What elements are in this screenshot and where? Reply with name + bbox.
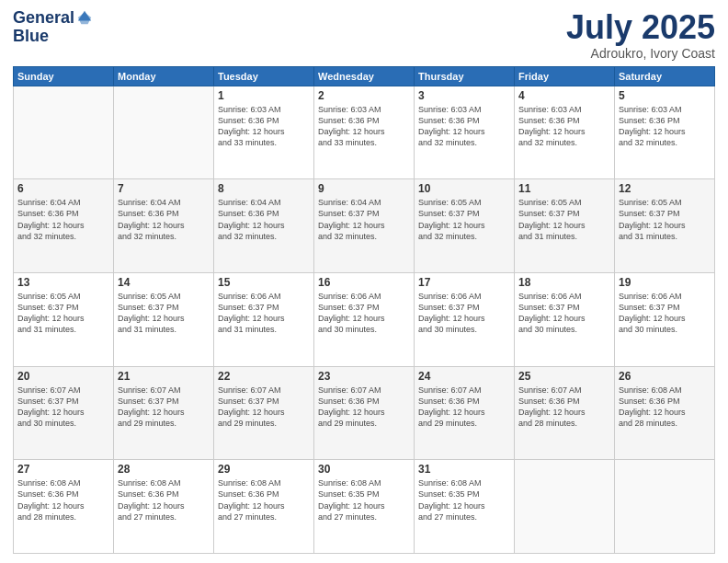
day-info: Sunrise: 6:05 AMSunset: 6:37 PMDaylight:…: [619, 197, 711, 242]
subtitle: Adroukro, Ivory Coast: [566, 46, 715, 61]
calendar-cell: 4Sunrise: 6:03 AMSunset: 6:36 PMDaylight…: [515, 86, 615, 179]
logo-icon: [76, 9, 93, 26]
col-header-wednesday: Wednesday: [314, 66, 415, 86]
calendar-cell: 18Sunrise: 6:06 AMSunset: 6:37 PMDayligh…: [515, 272, 615, 366]
day-number: 26: [619, 370, 711, 383]
calendar-cell: 29Sunrise: 6:08 AMSunset: 6:36 PMDayligh…: [214, 460, 314, 554]
day-info: Sunrise: 6:08 AMSunset: 6:36 PMDaylight:…: [118, 477, 210, 523]
day-info: Sunrise: 6:06 AMSunset: 6:37 PMDaylight:…: [619, 291, 711, 336]
day-info: Sunrise: 6:04 AMSunset: 6:36 PMDaylight:…: [17, 197, 109, 242]
day-number: 4: [518, 89, 610, 102]
day-number: 28: [118, 463, 210, 476]
calendar-cell: 14Sunrise: 6:05 AMSunset: 6:37 PMDayligh…: [114, 272, 214, 366]
day-info: Sunrise: 6:06 AMSunset: 6:37 PMDaylight:…: [318, 291, 410, 336]
day-number: 24: [418, 370, 510, 383]
col-header-tuesday: Tuesday: [214, 66, 314, 86]
calendar-cell: 25Sunrise: 6:07 AMSunset: 6:36 PMDayligh…: [515, 366, 615, 460]
day-info: Sunrise: 6:08 AMSunset: 6:36 PMDaylight:…: [218, 477, 310, 523]
day-number: 12: [619, 182, 711, 195]
calendar-cell: 21Sunrise: 6:07 AMSunset: 6:37 PMDayligh…: [114, 366, 214, 460]
day-number: 2: [318, 89, 410, 102]
page: General Blue July 2025 Adroukro, Ivory C…: [0, 0, 728, 563]
calendar-cell: [114, 86, 214, 179]
calendar-cell: [615, 460, 715, 554]
col-header-sunday: Sunday: [14, 66, 114, 86]
day-info: Sunrise: 6:05 AMSunset: 6:37 PMDaylight:…: [17, 291, 109, 336]
calendar-cell: [515, 460, 615, 554]
day-number: 31: [418, 463, 510, 476]
day-info: Sunrise: 6:06 AMSunset: 6:37 PMDaylight:…: [518, 291, 610, 336]
calendar-cell: 2Sunrise: 6:03 AMSunset: 6:36 PMDaylight…: [314, 86, 415, 179]
day-info: Sunrise: 6:03 AMSunset: 6:36 PMDaylight:…: [218, 104, 310, 149]
logo: General Blue: [13, 9, 93, 46]
day-number: 29: [218, 463, 310, 476]
day-number: 27: [17, 463, 109, 476]
calendar-cell: 3Sunrise: 6:03 AMSunset: 6:36 PMDaylight…: [415, 86, 515, 179]
calendar-cell: 19Sunrise: 6:06 AMSunset: 6:37 PMDayligh…: [615, 272, 715, 366]
day-number: 25: [518, 370, 610, 383]
day-info: Sunrise: 6:06 AMSunset: 6:37 PMDaylight:…: [218, 291, 310, 336]
day-info: Sunrise: 6:04 AMSunset: 6:37 PMDaylight:…: [318, 197, 410, 242]
day-info: Sunrise: 6:03 AMSunset: 6:36 PMDaylight:…: [619, 104, 711, 149]
day-info: Sunrise: 6:06 AMSunset: 6:37 PMDaylight:…: [418, 291, 510, 336]
calendar-cell: 5Sunrise: 6:03 AMSunset: 6:36 PMDaylight…: [615, 86, 715, 179]
day-info: Sunrise: 6:07 AMSunset: 6:36 PMDaylight:…: [518, 385, 610, 430]
main-title: July 2025: [566, 9, 715, 46]
day-info: Sunrise: 6:03 AMSunset: 6:36 PMDaylight:…: [518, 104, 610, 149]
day-info: Sunrise: 6:07 AMSunset: 6:37 PMDaylight:…: [17, 385, 109, 430]
day-info: Sunrise: 6:03 AMSunset: 6:36 PMDaylight:…: [318, 104, 410, 149]
calendar-cell: 16Sunrise: 6:06 AMSunset: 6:37 PMDayligh…: [314, 272, 415, 366]
calendar-table: SundayMondayTuesdayWednesdayThursdayFrid…: [13, 66, 715, 554]
calendar-cell: 23Sunrise: 6:07 AMSunset: 6:36 PMDayligh…: [314, 366, 415, 460]
calendar-cell: 1Sunrise: 6:03 AMSunset: 6:36 PMDaylight…: [214, 86, 314, 179]
header: General Blue July 2025 Adroukro, Ivory C…: [13, 9, 715, 61]
day-number: 3: [418, 89, 510, 102]
calendar-cell: 30Sunrise: 6:08 AMSunset: 6:35 PMDayligh…: [314, 460, 415, 554]
day-info: Sunrise: 6:05 AMSunset: 6:37 PMDaylight:…: [118, 291, 210, 336]
day-number: 17: [418, 276, 510, 289]
day-info: Sunrise: 6:07 AMSunset: 6:36 PMDaylight:…: [418, 385, 510, 430]
calendar-cell: 31Sunrise: 6:08 AMSunset: 6:35 PMDayligh…: [415, 460, 515, 554]
day-number: 13: [17, 276, 109, 289]
day-number: 1: [218, 89, 310, 102]
day-number: 19: [619, 276, 711, 289]
day-info: Sunrise: 6:08 AMSunset: 6:36 PMDaylight:…: [17, 477, 109, 523]
day-info: Sunrise: 6:03 AMSunset: 6:36 PMDaylight:…: [418, 104, 510, 149]
day-info: Sunrise: 6:04 AMSunset: 6:36 PMDaylight:…: [218, 197, 310, 242]
day-info: Sunrise: 6:05 AMSunset: 6:37 PMDaylight:…: [518, 197, 610, 242]
col-header-saturday: Saturday: [615, 66, 715, 86]
day-number: 18: [518, 276, 610, 289]
calendar-cell: 28Sunrise: 6:08 AMSunset: 6:36 PMDayligh…: [114, 460, 214, 554]
day-number: 20: [17, 370, 109, 383]
day-number: 8: [218, 182, 310, 195]
day-number: 15: [218, 276, 310, 289]
day-info: Sunrise: 6:05 AMSunset: 6:37 PMDaylight:…: [418, 197, 510, 242]
calendar-cell: 10Sunrise: 6:05 AMSunset: 6:37 PMDayligh…: [415, 179, 515, 273]
col-header-thursday: Thursday: [415, 66, 515, 86]
calendar-cell: 20Sunrise: 6:07 AMSunset: 6:37 PMDayligh…: [14, 366, 114, 460]
col-header-friday: Friday: [515, 66, 615, 86]
day-number: 22: [218, 370, 310, 383]
calendar-cell: 9Sunrise: 6:04 AMSunset: 6:37 PMDaylight…: [314, 179, 415, 273]
day-number: 16: [318, 276, 410, 289]
col-header-monday: Monday: [114, 66, 214, 86]
calendar-cell: 13Sunrise: 6:05 AMSunset: 6:37 PMDayligh…: [14, 272, 114, 366]
day-number: 5: [619, 89, 711, 102]
calendar-cell: 22Sunrise: 6:07 AMSunset: 6:37 PMDayligh…: [214, 366, 314, 460]
day-number: 7: [118, 182, 210, 195]
day-number: 6: [17, 182, 109, 195]
day-number: 9: [318, 182, 410, 195]
day-number: 23: [318, 370, 410, 383]
logo-text2: Blue: [13, 27, 49, 45]
calendar-cell: 17Sunrise: 6:06 AMSunset: 6:37 PMDayligh…: [415, 272, 515, 366]
day-info: Sunrise: 6:08 AMSunset: 6:35 PMDaylight:…: [318, 477, 410, 523]
calendar-cell: 7Sunrise: 6:04 AMSunset: 6:36 PMDaylight…: [114, 179, 214, 273]
calendar-cell: 6Sunrise: 6:04 AMSunset: 6:36 PMDaylight…: [14, 179, 114, 273]
day-number: 30: [318, 463, 410, 476]
calendar-cell: 27Sunrise: 6:08 AMSunset: 6:36 PMDayligh…: [14, 460, 114, 554]
day-info: Sunrise: 6:07 AMSunset: 6:36 PMDaylight:…: [318, 385, 410, 430]
day-info: Sunrise: 6:08 AMSunset: 6:35 PMDaylight:…: [418, 477, 510, 523]
day-number: 21: [118, 370, 210, 383]
svg-marker-1: [78, 12, 91, 24]
day-number: 10: [418, 182, 510, 195]
